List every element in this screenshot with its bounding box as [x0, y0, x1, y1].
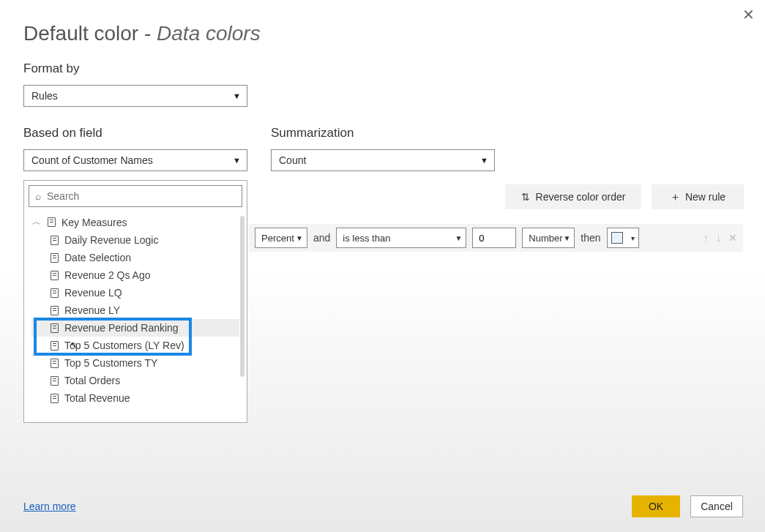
field-group-key-measures[interactable]: ︿ Key Measures: [31, 213, 239, 231]
move-down-icon[interactable]: ↓: [716, 232, 721, 244]
rule-and-label: and: [313, 232, 330, 244]
chevron-down-icon: ▼: [563, 234, 570, 242]
field-item[interactable]: Revenue LQ: [31, 284, 239, 301]
reverse-color-order-button[interactable]: ⇅ Reverse color order: [505, 184, 641, 209]
measure-icon: [51, 323, 59, 333]
search-input-wrapper[interactable]: ⌕: [29, 185, 242, 207]
measure-icon: [51, 359, 59, 368]
field-item[interactable]: Total Revenue: [31, 389, 239, 407]
based-on-select[interactable]: Count of Customer Names ▼: [23, 149, 247, 171]
new-rule-button[interactable]: ＋ New rule: [652, 184, 744, 209]
title-sub: Data colors: [157, 22, 261, 45]
rule-operator-select[interactable]: is less than▼: [336, 228, 466, 248]
table-icon: [48, 217, 56, 227]
search-icon: ⌕: [35, 190, 41, 202]
chevron-down-icon: ▼: [480, 156, 488, 165]
summarization-select[interactable]: Count ▼: [271, 149, 495, 171]
chevron-down-icon: ▼: [296, 234, 303, 242]
close-icon[interactable]: ✕: [742, 6, 755, 23]
swap-icon: ⇅: [521, 191, 530, 203]
rule-type-select[interactable]: Percent▼: [255, 228, 307, 248]
cancel-button[interactable]: Cancel: [690, 495, 743, 517]
delete-rule-icon[interactable]: ✕: [728, 232, 737, 244]
measure-icon: [51, 288, 59, 298]
chevron-up-icon: ︿: [31, 216, 42, 228]
measure-icon: [51, 253, 59, 263]
field-item-revenue-period-ranking[interactable]: Revenue Period Ranking: [31, 319, 239, 337]
chevron-down-icon: ▾: [631, 234, 635, 242]
dialog-title: Default color - Data colors: [23, 22, 261, 45]
field-picker-panel: ⌕ ︿ Key Measures Daily Revenue Logic Dat…: [23, 180, 247, 423]
title-main: Default color: [23, 22, 138, 45]
field-item[interactable]: Revenue 2 Qs Ago: [31, 266, 239, 284]
measure-icon: [51, 306, 59, 315]
rule-row: Percent▼ and is less than▼ Number▼ then …: [249, 224, 743, 252]
measure-icon: [51, 376, 59, 386]
chevron-down-icon: ▼: [233, 156, 241, 165]
measure-icon: [51, 271, 59, 280]
based-on-label: Based on field: [23, 126, 247, 141]
format-by-label: Format by: [23, 61, 247, 76]
color-swatch: [611, 232, 623, 244]
search-input[interactable]: [47, 190, 236, 202]
chevron-down-icon: ▼: [455, 234, 462, 242]
plus-icon: ＋: [670, 190, 681, 204]
field-item[interactable]: Revenue LY: [31, 301, 239, 319]
move-up-icon[interactable]: ↑: [704, 232, 709, 244]
measure-icon: [51, 236, 59, 245]
ok-button[interactable]: OK: [632, 495, 680, 517]
summarization-label: Summarization: [271, 126, 495, 141]
rule-unit-select[interactable]: Number▼: [522, 228, 575, 248]
field-item[interactable]: Date Selection: [31, 249, 239, 266]
measure-icon: [51, 394, 59, 403]
format-by-select[interactable]: Rules ▼: [23, 85, 247, 107]
rule-row-actions: ↑ ↓ ✕: [704, 232, 737, 244]
rule-value-input[interactable]: [472, 228, 516, 248]
scrollbar-thumb[interactable]: [240, 216, 245, 377]
field-item[interactable]: Total Orders: [31, 372, 239, 389]
field-item[interactable]: Top 5 Customers TY: [31, 354, 239, 372]
rule-then-label: then: [581, 232, 600, 244]
field-item[interactable]: Daily Revenue Logic: [31, 231, 239, 249]
measure-icon: [51, 341, 59, 351]
learn-more-link[interactable]: Learn more: [23, 501, 76, 512]
chevron-down-icon: ▼: [233, 91, 241, 100]
field-item[interactable]: Top 5 Customers (LY Rev): [31, 337, 239, 354]
rule-color-picker[interactable]: ▾: [607, 228, 639, 248]
